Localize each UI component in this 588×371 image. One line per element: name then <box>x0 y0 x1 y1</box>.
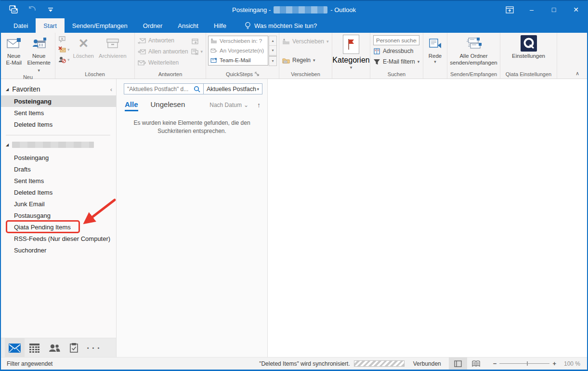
collapse-ribbon-button[interactable]: ∧ <box>575 70 579 77</box>
quickstep-move-to[interactable]: Verschieben in: ? <box>209 36 268 46</box>
minimize-folder-pane-icon[interactable]: ‹ <box>110 86 112 93</box>
favorite-deleted-items[interactable]: Deleted Items <box>1 119 116 130</box>
tell-me-box[interactable]: Was möchten Sie tun? <box>238 18 324 33</box>
rules-button[interactable]: Regeln ▾ <box>282 56 329 65</box>
main-area: ◢ Favoriten ‹ Posteingang Sent Items Del… <box>1 79 587 357</box>
nav-more-button[interactable]: • • • <box>84 338 104 358</box>
maximize-button[interactable]: □ <box>543 1 565 18</box>
folder-deleted-items[interactable]: Deleted Items <box>1 186 116 198</box>
folder-postausgang[interactable]: Postausgang <box>1 210 116 221</box>
group-label-senden-empfangen: Senden/Empfangen <box>449 70 498 79</box>
group-label-verschieben: Verschieben <box>281 70 330 79</box>
tab-ansicht[interactable]: Ansicht <box>170 18 206 33</box>
navigation-bar: • • • <box>1 338 116 357</box>
scroll-down-button[interactable]: ▾ <box>269 46 276 55</box>
reading-view-button[interactable] <box>467 358 485 370</box>
zoom-out-button[interactable]: − <box>490 360 500 367</box>
tab-senden-empfangen[interactable]: Senden/Empfangen <box>65 18 135 33</box>
search-input[interactable] <box>127 86 194 93</box>
block-sender-button[interactable]: ▾ <box>58 55 70 64</box>
quickstep-to-manager[interactable]: An Vorgesetzte(n) <box>209 46 268 55</box>
dialog-launcher-icon[interactable] <box>255 72 259 76</box>
junk-email-button[interactable]: ▾ <box>58 45 70 53</box>
folder-move-icon <box>282 39 290 45</box>
folder-drafts[interactable]: Drafts <box>1 163 116 175</box>
group-label-suchen: Suchen <box>372 70 421 79</box>
mail-icon <box>9 344 21 353</box>
forward-icon <box>138 60 146 66</box>
meeting-icon <box>191 38 199 45</box>
folder-rss-feeds[interactable]: RSS-Feeds (Nur dieser Computer) <box>1 233 116 244</box>
group-label-quicksteps: QuickSteps <box>208 70 277 79</box>
folder-sent-items[interactable]: Sent Items <box>1 175 116 186</box>
tab-ordner[interactable]: Ordner <box>135 18 170 33</box>
filter-email-button[interactable]: E-Mail filtern ▾ <box>373 57 420 66</box>
nav-mail-button[interactable] <box>5 338 25 358</box>
ribbon-tabs: Datei Start Senden/Empfangen Ordner Ansi… <box>1 18 587 33</box>
meeting-button[interactable] <box>191 37 203 45</box>
sort-dropdown[interactable]: Nach Datum ⌄ ↑ <box>209 101 261 111</box>
folder-posteingang[interactable]: Posteingang <box>1 152 116 163</box>
categorize-button[interactable] <box>343 35 359 54</box>
pane-divider <box>6 135 110 135</box>
nav-people-button[interactable] <box>44 338 64 358</box>
tab-start[interactable]: Start <box>36 18 64 33</box>
read-aloud-button[interactable]: Rede ▾ <box>426 34 444 65</box>
search-icon[interactable] <box>194 86 200 93</box>
folder-junk-email[interactable]: Junk Email <box>1 198 116 210</box>
gallery-more-button[interactable]: ▾ <box>269 56 276 66</box>
search-scope-dropdown[interactable]: Aktuelles Postfach ▾ <box>204 83 262 94</box>
flag-icon <box>347 38 355 51</box>
nav-calendar-button[interactable] <box>25 338 44 358</box>
normal-view-button[interactable] <box>449 358 467 370</box>
forward-button[interactable]: Weiterleiten <box>138 58 189 67</box>
redacted-account-name <box>12 142 94 148</box>
qiata-settings-button[interactable]: Einstellungen <box>510 34 548 60</box>
quickstep-team-email[interactable]: Team-E-Mail <box>209 55 268 65</box>
zoom-in-button[interactable]: + <box>549 360 559 367</box>
send-receive-all-button[interactable]: Alle Ordner senden/empfangen <box>447 34 499 67</box>
tab-alle[interactable]: Alle <box>125 100 138 111</box>
favorite-sent-items[interactable]: Sent Items <box>1 107 116 119</box>
folder-suchordner[interactable]: Suchordner <box>1 244 116 256</box>
instant-message-button[interactable]: ▾ <box>191 47 203 55</box>
ribbon-display-options-button[interactable] <box>498 1 521 18</box>
tab-ungelesen[interactable]: Ungelesen <box>151 100 185 111</box>
zoom-slider-knob[interactable] <box>527 361 528 366</box>
move-button[interactable]: Verschieben ▾ <box>282 37 329 46</box>
dropdown-icon: ▾ <box>67 57 70 62</box>
scroll-up-button[interactable]: ▴ <box>269 36 276 46</box>
ribbon-spacer <box>557 33 587 79</box>
chevron-down-icon: ▾ <box>257 87 259 92</box>
ignore-button[interactable] <box>58 35 70 43</box>
new-items-button[interactable]: Neue Elemente ▾ <box>25 34 53 74</box>
customize-qat-icon[interactable] <box>45 4 56 15</box>
search-box[interactable] <box>124 83 204 94</box>
minimize-button[interactable]: – <box>521 1 543 18</box>
zoom-level[interactable]: 100 % <box>559 360 587 367</box>
lightbulb-icon <box>245 22 251 30</box>
group-quicksteps: Verschieben in: ? An Vorgesetzte(n) Team… <box>206 33 279 79</box>
delete-button[interactable]: ✕ Löschen <box>71 34 96 60</box>
reply-all-button[interactable]: Allen antworten <box>138 47 189 56</box>
tab-datei[interactable]: Datei <box>6 18 36 33</box>
close-button[interactable]: ✕ <box>565 1 587 18</box>
nav-tasks-button[interactable] <box>64 338 84 358</box>
tab-hilfe[interactable]: Hilfe <box>206 18 234 33</box>
account-header[interactable]: ◢ <box>1 139 116 150</box>
favorites-header[interactable]: ◢ Favoriten ‹ <box>1 83 116 95</box>
favorite-posteingang[interactable]: Posteingang <box>1 95 116 107</box>
reply-button[interactable]: Antworten <box>138 36 189 45</box>
new-email-button[interactable]: Neue E-Mail <box>3 34 25 67</box>
sort-direction-icon[interactable]: ↑ <box>257 101 261 109</box>
group-rede: Rede ▾ <box>423 33 447 79</box>
send-receive-status-icon[interactable] <box>9 4 19 15</box>
zoom-slider[interactable] <box>499 363 549 364</box>
group-antworten: Antworten Allen antworten Weiterleiten <box>135 33 206 79</box>
envelope-icon <box>210 58 217 63</box>
archive-button[interactable]: Archivieren <box>96 34 129 60</box>
undo-icon[interactable] <box>27 4 38 15</box>
address-book-button[interactable]: Adressbuch <box>373 47 420 55</box>
folder-qiata-pending-items[interactable]: Qiata Pending Items <box>1 221 116 233</box>
search-people-input[interactable] <box>373 35 419 45</box>
